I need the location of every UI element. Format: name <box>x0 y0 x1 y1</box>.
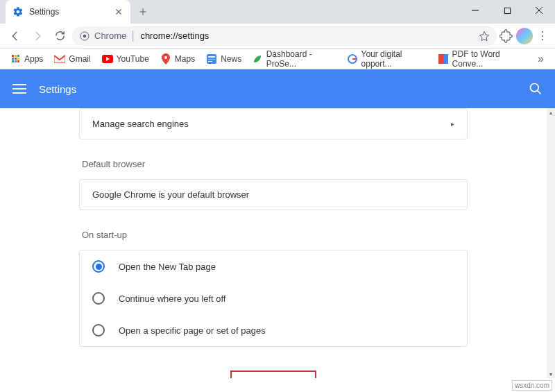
pdf-icon <box>438 53 448 65</box>
bookmark-digital[interactable]: Your digital opport... <box>343 46 432 71</box>
address-scheme: Chrome <box>94 31 126 41</box>
advanced-button[interactable]: Advanced ▼ <box>230 370 317 378</box>
toolbar: Chrome │ chrome://settings ⋮ <box>0 24 555 49</box>
star-icon[interactable] <box>479 31 490 42</box>
default-browser-card: Google Chrome is your default browser <box>79 179 468 210</box>
bookmark-youtube[interactable]: YouTube <box>98 51 153 67</box>
window-controls <box>459 0 555 21</box>
default-browser-message: Google Chrome is your default browser <box>80 180 467 210</box>
scroll-down-icon[interactable]: ▾ <box>547 370 555 378</box>
avatar[interactable] <box>516 28 533 44</box>
browser-tab[interactable]: Settings <box>6 0 130 24</box>
bookmark-pdf[interactable]: PDF to Word Conve... <box>434 46 529 71</box>
address-url: chrome://settings <box>140 31 209 41</box>
bookmark-news[interactable]: News <box>202 51 246 67</box>
back-button[interactable] <box>6 26 25 46</box>
svg-rect-7 <box>208 59 215 60</box>
kebab-menu-icon[interactable]: ⋮ <box>536 29 549 42</box>
window-titlebar: Settings <box>0 0 555 24</box>
scroll-up-icon[interactable]: ▴ <box>547 108 555 117</box>
svg-rect-11 <box>443 54 448 64</box>
svg-point-2 <box>83 34 87 37</box>
svg-rect-10 <box>438 54 443 64</box>
leaf-icon <box>253 53 262 65</box>
reload-button[interactable] <box>50 26 69 46</box>
hamburger-icon[interactable] <box>12 84 26 94</box>
bookmarks-overflow[interactable]: » <box>532 53 549 65</box>
maps-icon <box>160 53 171 65</box>
forward-button[interactable] <box>28 26 47 46</box>
radio-icon[interactable] <box>92 292 105 305</box>
close-icon[interactable] <box>114 7 123 17</box>
chevron-right-icon: ▸ <box>451 120 454 128</box>
google-icon <box>348 53 357 65</box>
bookmark-maps[interactable]: Maps <box>156 51 199 67</box>
scrollbar[interactable]: ▴ ▾ <box>547 108 555 378</box>
radio-icon[interactable] <box>92 324 105 336</box>
minimize-button[interactable] <box>459 0 491 21</box>
startup-option-new-tab[interactable]: Open the New Tab page <box>80 250 467 282</box>
bookmark-gmail[interactable]: Gmail <box>50 51 94 67</box>
gmail-icon <box>54 53 65 65</box>
page-title: Settings <box>39 83 76 95</box>
settings-content: Manage search engines ▸ Default browser … <box>0 108 547 378</box>
bookmark-apps[interactable]: Apps <box>6 51 47 67</box>
section-default-browser: Default browser <box>82 159 468 169</box>
apps-icon <box>12 55 19 62</box>
svg-rect-0 <box>504 8 510 13</box>
manage-search-engines-row[interactable]: Manage search engines ▸ <box>80 109 467 139</box>
startup-option-continue[interactable]: Continue where you left off <box>80 282 467 314</box>
svg-rect-8 <box>208 61 212 62</box>
chrome-icon <box>79 31 90 42</box>
close-window-button[interactable] <box>523 0 555 21</box>
search-engine-card: Manage search engines ▸ <box>79 108 468 139</box>
address-bar[interactable]: Chrome │ chrome://settings <box>72 26 497 46</box>
svg-rect-6 <box>208 56 215 58</box>
search-icon[interactable] <box>529 82 543 96</box>
section-startup: On start-up <box>82 230 468 240</box>
youtube-icon <box>102 53 113 65</box>
radio-icon[interactable] <box>92 260 105 273</box>
extensions-icon[interactable] <box>500 29 513 43</box>
bookmark-dashboard[interactable]: Dashboard - ProSe... <box>248 46 341 71</box>
svg-point-4 <box>164 56 167 59</box>
tab-title: Settings <box>29 7 114 17</box>
svg-point-12 <box>531 84 539 92</box>
startup-option-specific[interactable]: Open a specific page or set of pages <box>80 314 467 346</box>
watermark: wsxdn.com <box>512 380 552 391</box>
gear-icon <box>12 6 24 17</box>
settings-header: Settings <box>0 69 555 108</box>
bookmarks-bar: Apps Gmail YouTube Maps News Dashboard -… <box>0 49 555 69</box>
maximize-button[interactable] <box>491 0 523 21</box>
startup-card: Open the New Tab page Continue where you… <box>79 250 468 347</box>
new-tab-button[interactable] <box>133 2 153 22</box>
news-icon <box>206 53 217 65</box>
